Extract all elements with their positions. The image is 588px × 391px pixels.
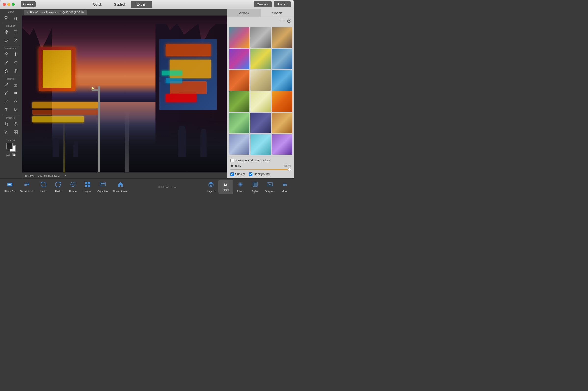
eyedropper-tool[interactable] — [2, 51, 10, 58]
text-tool[interactable]: T — [2, 106, 10, 113]
marquee-tool[interactable] — [11, 28, 20, 36]
tool-options-icon — [23, 181, 30, 189]
graphics-tool[interactable]: Graphics — [263, 180, 277, 194]
filters-icon — [237, 181, 244, 189]
intensity-slider[interactable] — [230, 169, 291, 170]
effect-thumb-17[interactable] — [250, 134, 271, 155]
undo-icon — [40, 181, 47, 189]
tab-quick[interactable]: Quick — [87, 1, 108, 8]
tab-artistic[interactable]: Artistic — [227, 9, 261, 17]
magic-wand-tool[interactable] — [11, 37, 20, 44]
ai-tool[interactable] — [11, 67, 20, 75]
panel-refresh-button[interactable] — [279, 18, 285, 24]
hand-tool[interactable] — [11, 14, 20, 22]
effect-thumb-2[interactable] — [250, 27, 271, 48]
layers-tool[interactable]: Layers — [203, 180, 218, 194]
open-button[interactable]: Open ▾ — [21, 1, 36, 7]
intensity-slider-thumb[interactable] — [288, 168, 291, 171]
rotate-tool[interactable]: Rotate — [66, 180, 80, 194]
background-checkbox[interactable] — [249, 173, 252, 176]
effect-thumb-14[interactable] — [250, 113, 271, 133]
maximize-button[interactable] — [12, 3, 15, 6]
svg-rect-29 — [14, 132, 15, 134]
tool-options-tool[interactable]: Tool Options — [17, 180, 36, 194]
create-button[interactable]: Create ▾ — [254, 1, 272, 7]
home-screen-tool[interactable]: Home Screen — [111, 180, 130, 194]
more-label: More — [282, 190, 288, 193]
layout-tool[interactable]: Layout — [80, 180, 95, 194]
svg-point-7 — [16, 41, 17, 42]
effect-thumb-9[interactable] — [272, 70, 293, 91]
healing-tool[interactable] — [11, 51, 20, 58]
effect-thumb-18[interactable] — [272, 134, 293, 155]
content-aware-tool[interactable] — [11, 128, 20, 136]
pencil-tool[interactable] — [2, 81, 10, 89]
enhance-tools-row3 — [0, 67, 22, 75]
close-tab-icon[interactable]: × — [27, 10, 29, 14]
subject-label[interactable]: Subject — [235, 173, 245, 176]
redo-tool[interactable]: Redo — [51, 180, 66, 194]
crop-tool[interactable] — [2, 120, 10, 128]
brush-tool[interactable] — [2, 59, 10, 66]
background-label[interactable]: Background — [254, 173, 270, 176]
effect-thumb-7[interactable] — [229, 70, 249, 91]
effect-thumb-6[interactable] — [272, 49, 293, 69]
svg-rect-41 — [88, 185, 90, 187]
move-tool[interactable] — [2, 28, 10, 36]
color-boxes[interactable] — [6, 143, 16, 152]
effect-thumb-5[interactable] — [250, 49, 271, 69]
tab-expert[interactable]: Expert — [130, 1, 152, 8]
effects-tool[interactable]: fx Effects — [218, 180, 233, 194]
foreground-color-box[interactable] — [6, 143, 12, 149]
effect-thumb-13[interactable] — [229, 113, 249, 133]
filters-tool[interactable]: Filters — [233, 180, 248, 194]
brush-icon — [4, 60, 8, 65]
subject-checkbox[interactable] — [230, 173, 234, 176]
draw-tools-row3 — [0, 98, 22, 106]
svg-rect-27 — [14, 130, 15, 132]
layout-icon — [84, 181, 91, 189]
keep-original-label[interactable]: Keep original photo colors — [236, 159, 270, 162]
effect-thumb-12[interactable] — [272, 91, 293, 112]
effect-thumb-1[interactable] — [229, 27, 249, 48]
water-tool[interactable] — [2, 67, 10, 75]
share-button[interactable]: Share ▾ — [274, 1, 291, 7]
color-swatch-tool[interactable] — [11, 106, 20, 113]
effect-thumb-15[interactable] — [272, 113, 293, 133]
smudge-tool[interactable] — [2, 90, 10, 97]
eraser-tool[interactable] — [11, 81, 20, 89]
file-tab[interactable]: × FileInfo.com Example.psd @ 33.3% (RGB/… — [24, 9, 87, 15]
shape-tool[interactable] — [11, 98, 20, 105]
undo-tool[interactable]: Undo — [36, 180, 51, 194]
effect-thumb-3[interactable] — [272, 27, 293, 48]
hand-icon — [13, 16, 18, 20]
zoom-tool[interactable] — [2, 14, 10, 22]
effect-thumb-11[interactable] — [250, 91, 271, 112]
open-dropdown-arrow: ▾ — [32, 3, 33, 6]
more-tool[interactable]: More — [277, 180, 292, 194]
styles-tool[interactable]: Styles — [248, 180, 263, 194]
gradient-tool[interactable] — [11, 90, 20, 97]
lasso-tool[interactable] — [2, 37, 10, 44]
organizer-tool[interactable]: Organizer — [95, 180, 111, 194]
minimize-button[interactable] — [7, 3, 10, 6]
effect-thumb-4[interactable] — [229, 49, 249, 69]
titlebar-right: Create ▾ Share ▾ — [254, 1, 291, 7]
photo-bin-tool[interactable]: Photo Bin — [2, 180, 17, 194]
effect-thumb-10[interactable] — [229, 91, 249, 112]
effect-thumb-8[interactable] — [250, 70, 271, 91]
scissors-tool[interactable] — [2, 128, 10, 136]
tab-classic[interactable]: Classic — [261, 9, 294, 17]
recompose-tool[interactable] — [11, 120, 20, 128]
reset-colors-icon[interactable] — [12, 153, 16, 157]
tab-guided[interactable]: Guided — [108, 1, 130, 8]
swap-colors-icon[interactable] — [6, 153, 10, 157]
keep-original-checkbox[interactable] — [230, 159, 234, 162]
color-picker-tool[interactable] — [2, 98, 10, 105]
close-button[interactable] — [3, 3, 6, 6]
effects-grid — [227, 26, 294, 156]
panel-help-button[interactable] — [287, 18, 292, 24]
undo-label: Undo — [40, 190, 46, 193]
effect-thumb-16[interactable] — [229, 134, 249, 155]
clone-stamp-tool[interactable] — [11, 59, 20, 66]
